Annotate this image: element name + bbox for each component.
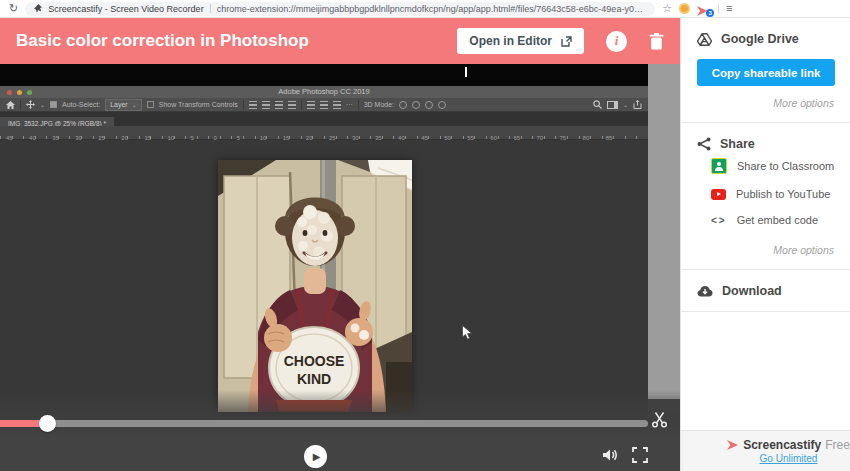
player-gradient-overlay [0,390,680,471]
ruler-position-marker [465,67,467,77]
chevron-down-icon: ⌄ [623,102,628,108]
search-icon[interactable] [593,100,602,109]
trash-icon [649,33,664,50]
more-options-ellipsis-icon[interactable]: ⋯ [346,101,353,109]
publish-to-youtube-label: Publish to YouTube [736,188,830,200]
layer-dropdown-value: Layer [110,101,128,108]
delete-button[interactable] [649,33,664,50]
url-text: chrome-extension://mmeijimgabbpbgpdklnll… [217,4,647,14]
omnibox[interactable]: Screencastify - Screen Video Recorder ch… [25,2,655,16]
toolbar-separator [718,3,719,14]
speaker-icon [602,448,618,462]
google-drive-title: Google Drive [721,32,799,46]
video-title-header: Basic color correction in Photoshop Open… [0,18,680,64]
fullscreen-icon [632,447,648,463]
info-button[interactable]: i [606,31,627,52]
youtube-icon [711,189,726,200]
extension-badge: 3 [706,9,714,17]
copy-shareable-link-button[interactable]: Copy shareable link [697,59,835,86]
get-embed-code-label: Get embed code [737,214,818,226]
video-player: Adobe Photoshop CC 2019 ⌄ Auto-Select: L… [0,64,680,471]
photoshop-ruler: 4540353025201510505101520253035404550556… [0,126,648,140]
shirt-text-line1: CHOOSE [284,353,345,369]
distribute-icon[interactable] [307,101,315,109]
share-sidebar: Google Drive Copy shareable link More op… [680,18,850,471]
3d-mode-icon[interactable] [399,101,407,109]
extension-orange-icon[interactable] [679,3,690,14]
3d-mode-label: 3D Mode: [364,101,394,108]
align-top-icon[interactable] [288,101,296,109]
trim-button[interactable] [651,411,668,428]
seek-handle[interactable] [39,415,56,432]
share-heading: Share [681,123,850,151]
google-drive-section: Google Drive Copy shareable link More op… [681,18,850,123]
photoshop-titlebar: Adobe Photoshop CC 2019 [0,86,648,98]
video-gutter [648,64,680,399]
align-left-icon[interactable] [249,101,257,109]
publish-to-youtube-item[interactable]: Publish to YouTube [681,181,850,207]
screen: ↻ Screencastify - Screen Video Recorder … [0,0,850,471]
options-separator [20,100,21,110]
brand-plan: Free [825,438,850,452]
sidebar-footer: ScreencastifyFree Go Unlimited [681,430,850,471]
google-drive-icon [697,33,712,46]
distribute-icon[interactable] [333,101,341,109]
screencastify-extension-icon[interactable]: 3 [697,3,711,15]
share-to-classroom-label: Share to Classroom [737,160,834,172]
download-section: Download [681,270,850,312]
volume-button[interactable] [602,448,618,462]
home-icon [6,101,15,109]
align-center-icon[interactable] [262,101,270,109]
photoshop-window-title: Adobe Photoshop CC 2019 [0,86,648,98]
auto-select-label: Auto-Select: [62,101,100,108]
seek-bar[interactable] [0,420,648,427]
go-unlimited-link[interactable]: Go Unlimited [760,453,818,464]
align-right-icon[interactable] [275,101,283,109]
pin-icon [34,4,42,13]
workspace-icon[interactable] [607,101,618,109]
fullscreen-button[interactable] [632,447,648,463]
play-icon: ▶ [313,451,321,462]
share-to-classroom-item[interactable]: Share to Classroom [681,151,850,181]
cloud-download-icon [697,285,713,297]
share-section: Share Share to Classroom Publish to YouT… [681,123,850,270]
screencastify-logo-icon [727,439,739,451]
layer-dropdown[interactable]: Layer ⌄ [105,99,142,111]
download-title: Download [722,284,782,298]
options-separator [301,100,302,110]
show-transform-checkbox[interactable] [147,101,154,108]
chevron-down-icon: ⌄ [132,102,137,108]
pill-separator [210,4,211,13]
open-in-editor-label: Open in Editor [469,34,552,48]
browser-address-bar: ↻ Screencastify - Screen Video Recorder … [0,0,850,18]
move-tool-icon [26,100,35,109]
open-in-editor-button[interactable]: Open in Editor [457,28,584,54]
reload-icon[interactable]: ↻ [9,3,18,14]
brand-name: Screencastify [743,438,821,452]
share-more-options-link[interactable]: More options [681,233,850,269]
3d-mode-icon[interactable] [425,101,433,109]
chevron-down-icon: ⌄ [40,102,45,108]
share-title: Share [720,137,755,151]
distribute-icon[interactable] [320,101,328,109]
3d-mode-icon[interactable] [438,101,446,109]
download-heading[interactable]: Download [681,270,850,298]
video-letterbox [0,64,648,86]
reading-list-icon[interactable]: ≡ [726,3,731,14]
get-embed-code-item[interactable]: <> Get embed code [681,207,850,233]
external-link-icon [561,36,572,47]
google-classroom-icon [711,158,727,174]
play-button[interactable]: ▶ [304,445,327,468]
share-export-icon[interactable] [633,100,642,109]
auto-select-checkbox[interactable] [50,101,57,108]
drive-more-options-link[interactable]: More options [681,86,850,122]
info-icon: i [615,33,619,49]
options-separator [358,100,359,110]
bookmark-star-icon[interactable]: ☆ [662,3,672,14]
tab-title: Screencastify - Screen Video Recorder [48,4,203,14]
video-photo-illustration: CHOOSE KIND [218,160,412,412]
sidebar-spacer [681,312,850,430]
brand-row: ScreencastifyFree [727,438,850,452]
show-transform-label: Show Transform Controls [159,101,238,108]
3d-mode-icon[interactable] [412,101,420,109]
